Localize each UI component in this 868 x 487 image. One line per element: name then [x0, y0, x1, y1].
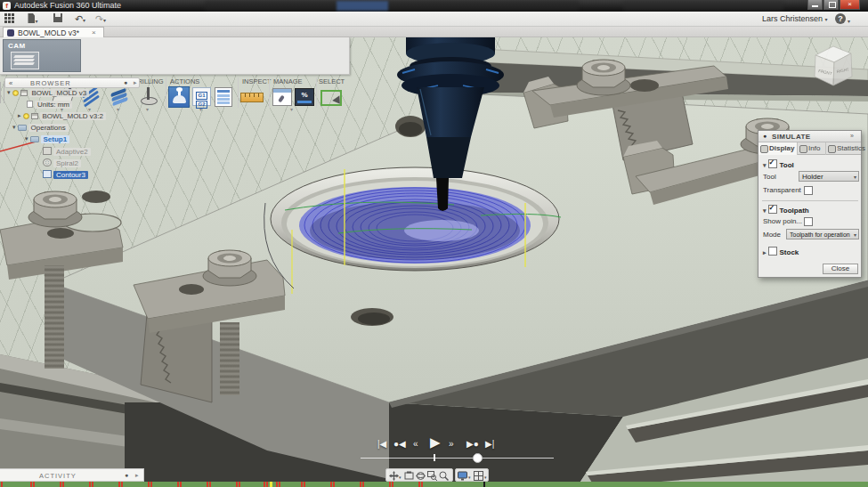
mode-dropdown[interactable]: Toolpath for operation▾ [786, 229, 859, 239]
show-points-checkbox[interactable] [804, 217, 813, 226]
orbit-icon[interactable] [416, 471, 426, 481]
tab-close-icon[interactable]: × [92, 28, 96, 37]
measure-button[interactable] [240, 93, 264, 102]
playback-slider-track[interactable] [361, 458, 554, 459]
activity-label: ACTIVITY [39, 472, 77, 480]
close-button[interactable]: × [840, 0, 860, 10]
viewport-3d[interactable]: FRONT RIGHT [0, 37, 868, 487]
tab-info[interactable]: Info [798, 142, 826, 155]
playback-previous-operation-button[interactable]: ●◀ [393, 438, 406, 450]
timeline-rapid-tick [1, 482, 3, 487]
timeline-rapid-tick [148, 482, 150, 487]
generate-toolpath-button[interactable]: % [295, 88, 314, 106]
new-file-button[interactable]: ▾ [24, 13, 42, 24]
timeline-rapid-tick [421, 482, 423, 487]
timeline-rapid-tick [362, 482, 364, 487]
undo-icon: ↶ [75, 13, 83, 24]
close-simulate-button[interactable]: Close [823, 264, 858, 274]
playback-play-button[interactable]: ▶ [430, 435, 441, 450]
playback-go-to-end-button[interactable]: ▶| [485, 438, 494, 450]
tree-item-adaptive2[interactable]: Adaptive2 [43, 147, 91, 157]
window-title: Autodesk Fusion 360 Ultimate [14, 1, 121, 11]
tab-display[interactable]: Display [758, 142, 798, 155]
stock-section-header[interactable]: ▸Stock [763, 247, 858, 257]
playback-step-forward-button[interactable]: » [449, 438, 454, 450]
task-manager-icon: % [295, 88, 314, 106]
tree-item-contour3[interactable]: Contour3 [43, 170, 88, 180]
toolpath-checkbox[interactable] [768, 205, 777, 214]
activity-bar[interactable]: ACTIVITY ● ▸ [0, 468, 144, 482]
user-account-menu[interactable]: Lars Christensen ▾ [762, 14, 828, 23]
minimize-button[interactable] [807, 0, 823, 10]
caret-right-icon[interactable]: ▸ [18, 112, 21, 118]
tool-dropdown[interactable]: Holder▾ [799, 171, 859, 182]
visibility-bulb-icon[interactable] [23, 113, 29, 119]
activity-options-icon[interactable]: ● [125, 472, 128, 478]
collapse-browser-icon[interactable]: « [9, 79, 12, 87]
playback-step-back-button[interactable]: « [413, 438, 418, 450]
activity-expand-icon[interactable]: ▸ [135, 472, 139, 479]
drilling-dropdown-caret[interactable]: ▾ [146, 106, 149, 112]
stock-checkbox[interactable] [768, 247, 777, 256]
simulate-button[interactable] [168, 86, 190, 108]
tree-item-units[interactable]: Units: mm [27, 101, 72, 110]
caret-down-icon[interactable]: ▾ [763, 207, 767, 214]
tree-item-setup1[interactable]: ▾Setup1 [25, 135, 69, 145]
save-button[interactable] [52, 13, 63, 24]
caret-right-icon[interactable]: ▸ [763, 249, 767, 256]
workspace-selector-cam[interactable]: CAM [3, 39, 81, 72]
caret-down-icon[interactable]: ▾ [25, 135, 28, 142]
tree-item-spiral2[interactable]: Spiral2 [43, 158, 81, 168]
undo-button[interactable]: ↶▾ [71, 13, 89, 24]
3d-dropdown-caret[interactable]: ▾ [117, 106, 119, 112]
caret-down-icon[interactable]: ▾ [7, 89, 11, 95]
playback-go-to-start-button[interactable]: |◀ [377, 438, 386, 450]
look-at-icon[interactable] [404, 471, 414, 481]
tool-library-button[interactable] [272, 88, 292, 106]
tree-item-operations[interactable]: ▾Operations [12, 124, 69, 134]
3d-milling-button[interactable] [110, 87, 129, 105]
drilling-button[interactable] [139, 87, 158, 105]
help-menu-button[interactable]: ? [835, 13, 846, 24]
simulate-dialog-header[interactable]: ● SIMULATE » [758, 131, 861, 142]
2d-dropdown-caret[interactable]: ▾ [88, 106, 91, 112]
zoom-window-icon[interactable] [427, 471, 437, 481]
operations-folder-icon [18, 125, 27, 131]
playback-slider-handle[interactable] [473, 453, 483, 463]
grid-settings-icon[interactable] [474, 471, 483, 481]
timeline-rapid-tick [333, 482, 335, 487]
select-button[interactable] [320, 90, 342, 106]
tree-item-component[interactable]: ▸BOWL_MOLD v3:2 [18, 112, 106, 122]
pan-icon[interactable] [389, 471, 399, 481]
manage-dropdown-caret[interactable]: ▾ [290, 106, 293, 112]
browser-expand-icon[interactable]: ▸ [134, 79, 137, 86]
tab-statistics[interactable]: Statistics [826, 142, 861, 155]
zoom-icon[interactable] [439, 471, 449, 481]
tool-checkbox[interactable] [768, 159, 777, 168]
restore-button[interactable] [823, 0, 839, 10]
app-grid-menu-button[interactable] [4, 13, 15, 24]
browser-panel-header[interactable]: « BROWSER ● ▸ [4, 77, 140, 88]
tree-item-root[interactable]: ▾BOWL_MOLD v3 [7, 89, 89, 99]
grid-caret-icon[interactable]: ▾ [484, 475, 487, 480]
browser-options-icon[interactable]: ● [124, 79, 127, 85]
setup-sheet-button[interactable] [215, 87, 232, 107]
caret-down-icon[interactable]: ▾ [763, 162, 767, 168]
pan-caret-icon[interactable]: ▾ [399, 475, 402, 480]
visibility-bulb-icon[interactable] [12, 90, 19, 96]
toolpath-section-header[interactable]: ▾Toolpath [763, 205, 858, 215]
cam-timeline[interactable] [0, 482, 868, 487]
redo-button[interactable]: ↷▾ [92, 13, 110, 24]
playback-next-operation-button[interactable]: ▶● [466, 438, 479, 450]
tool-section-header[interactable]: ▾Tool [763, 159, 858, 170]
transparent-checkbox[interactable] [804, 186, 813, 195]
actions-dropdown-caret[interactable]: ▾ [199, 106, 202, 112]
caret-down-icon[interactable]: ▾ [12, 124, 16, 130]
display-settings-icon[interactable] [458, 471, 467, 481]
document-tab[interactable]: BOWL_MOLD v3* × [3, 27, 104, 37]
timeline-rapid-tick [62, 482, 64, 487]
contour-operation-icon [43, 170, 52, 178]
post-process-button[interactable]: G1G2 [192, 87, 211, 106]
display-caret-icon[interactable]: ▾ [468, 475, 471, 480]
expand-panel-icon[interactable]: » [850, 133, 854, 139]
